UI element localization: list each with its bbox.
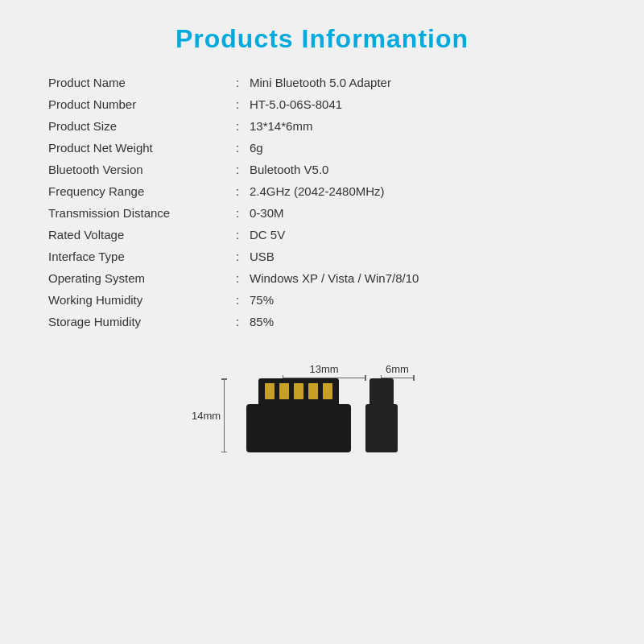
spec-row-9: Operating System : Windows XP / Vista / …: [48, 267, 596, 289]
spec-colon-2: :: [225, 115, 250, 137]
usb-side-view: [365, 378, 398, 452]
diagram-section: 13mm 6mm 14mm: [230, 363, 415, 452]
spec-colon-0: :: [225, 72, 250, 93]
dim-6-label: 6mm: [386, 363, 409, 375]
spec-colon-7: :: [225, 224, 250, 246]
spec-label-2: Product Size: [48, 115, 225, 137]
devices-row: 14mm: [246, 378, 398, 452]
spec-value-5: 2.4GHz (2042-2480MHz): [250, 180, 596, 202]
spec-row-8: Interface Type : USB: [48, 246, 596, 267]
spec-colon-10: :: [225, 289, 250, 311]
spec-colon-11: :: [225, 311, 250, 332]
spec-value-1: HT-5.0-06S-8041: [250, 93, 596, 115]
spec-label-7: Rated Voltage: [48, 224, 225, 246]
usb-body-side: [365, 404, 398, 452]
spec-colon-8: :: [225, 246, 250, 267]
spec-colon-9: :: [225, 267, 250, 289]
spec-value-4: Buletooth V5.0: [250, 159, 596, 180]
spec-label-1: Product Number: [48, 93, 225, 115]
usb-pin-1: [265, 383, 275, 399]
usb-pin-2: [279, 383, 289, 399]
usb-connector-side: [369, 378, 394, 404]
page-title: Products Informantion: [175, 24, 469, 54]
spec-label-9: Operating System: [48, 267, 225, 289]
spec-value-9: Windows XP / Vista / Win7/8/10: [250, 267, 596, 289]
spec-value-7: DC 5V: [250, 224, 596, 246]
spec-colon-6: :: [225, 202, 250, 224]
dim-14-label: 14mm: [192, 410, 221, 422]
spec-row-11: Storage Humidity : 85%: [48, 311, 596, 332]
left-dim-wrap: 14mm: [192, 378, 225, 452]
spec-label-10: Working Humidity: [48, 289, 225, 311]
spec-row-2: Product Size : 13*14*6mm: [48, 115, 596, 137]
spec-value-8: USB: [250, 246, 596, 267]
specs-table: Product Name : Mini Bluetooth 5.0 Adapte…: [48, 72, 596, 332]
spec-row-0: Product Name : Mini Bluetooth 5.0 Adapte…: [48, 72, 596, 93]
usb-pin-4: [308, 383, 318, 399]
spec-row-7: Rated Voltage : DC 5V: [48, 224, 596, 246]
spec-colon-4: :: [225, 159, 250, 180]
usb-pin-5: [323, 383, 332, 399]
dim-13-label: 13mm: [309, 363, 338, 375]
top-dims: 13mm 6mm: [230, 363, 415, 378]
dim-13-item: 13mm: [283, 363, 366, 378]
spec-label-4: Bluetooth Version: [48, 159, 225, 180]
spec-row-3: Product Net Weight : 6g: [48, 137, 596, 159]
spec-value-10: 75%: [250, 289, 596, 311]
spec-row-6: Transmission Distance : 0-30M: [48, 202, 596, 224]
spec-value-11: 85%: [250, 311, 596, 332]
usb-pin-3: [294, 383, 303, 399]
spec-row-1: Product Number : HT-5.0-06S-8041: [48, 93, 596, 115]
spec-label-8: Interface Type: [48, 246, 225, 267]
spec-label-3: Product Net Weight: [48, 137, 225, 159]
usb-body-front: [246, 404, 351, 452]
spec-label-0: Product Name: [48, 72, 225, 93]
spec-value-3: 6g: [250, 137, 596, 159]
usb-front-view: [246, 378, 351, 452]
spec-value-6: 0-30M: [250, 202, 596, 224]
spec-label-6: Transmission Distance: [48, 202, 225, 224]
usb-connector-front: [258, 378, 339, 404]
spec-colon-3: :: [225, 137, 250, 159]
dim-6-item: 6mm: [381, 363, 415, 378]
spec-row-4: Bluetooth Version : Buletooth V5.0: [48, 159, 596, 180]
spec-value-2: 13*14*6mm: [250, 115, 596, 137]
spec-row-10: Working Humidity : 75%: [48, 289, 596, 311]
spec-label-5: Frequency Range: [48, 180, 225, 202]
spec-value-0: Mini Bluetooth 5.0 Adapter: [250, 72, 596, 93]
page-container: Products Informantion Product Name : Min…: [0, 0, 644, 644]
spec-colon-5: :: [225, 180, 250, 202]
spec-label-11: Storage Humidity: [48, 311, 225, 332]
dim-14-line: [224, 378, 225, 452]
spec-row-5: Frequency Range : 2.4GHz (2042-2480MHz): [48, 180, 596, 202]
spec-colon-1: :: [225, 93, 250, 115]
